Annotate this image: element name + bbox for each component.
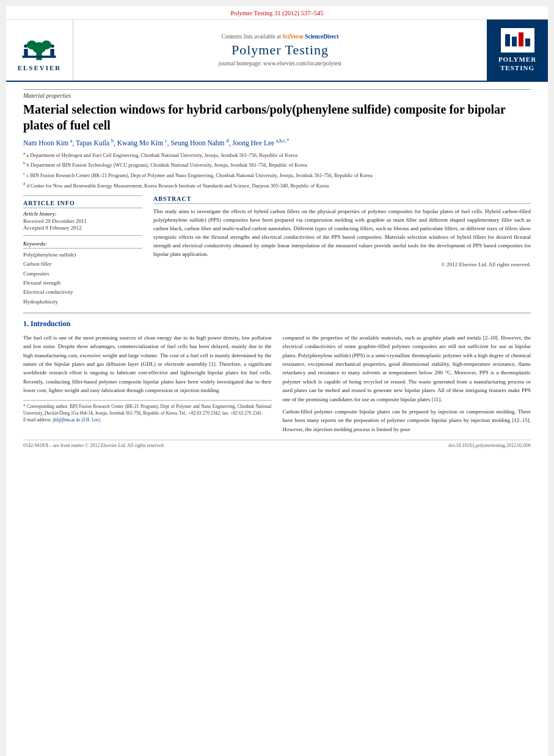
elsevier-wordmark: ELSEVIER (18, 64, 62, 71)
badge-title: POLYMER TESTING (498, 55, 536, 73)
svg-rect-12 (519, 32, 523, 46)
content-area: Material properties Material selection w… (6, 82, 548, 458)
journal-title: Polymer Testing (231, 42, 329, 58)
svg-point-7 (24, 44, 28, 48)
affiliation-c: c c BIN Fusion Research Center (BK-21 Pr… (23, 170, 531, 180)
journal-header: ELSEVIER Contents lists available at Sci… (6, 20, 548, 82)
article-info-col: Article info Article history: Received 2… (23, 195, 142, 307)
article-info-box: Article info Article history: Received 2… (23, 195, 142, 236)
svg-rect-13 (525, 38, 530, 46)
svg-rect-6 (23, 56, 56, 58)
sciverse-line: Contents lists available at SciVerse Sci… (222, 34, 339, 40)
sciverse-text[interactable]: SciVerse (282, 34, 305, 40)
history-label: Article history: (23, 211, 142, 217)
intro-left-text: The fuel cell is one of the most promisi… (23, 333, 272, 395)
intro-right-text: compared to the properties of the availa… (283, 333, 531, 404)
journal-citation-text: Polymer Testing 31 (2012) 537–545 (231, 10, 324, 16)
accepted-date: Accepted 9 February 2012 (23, 225, 142, 231)
sciencedirect-text[interactable]: ScienceDirect (305, 34, 338, 40)
footer-doi: doi:10.1016/j.polymertesting.2012.02.006 (448, 443, 531, 448)
article-info-label: Article info (23, 200, 142, 208)
keyword-5: Electrical conductivity (23, 288, 142, 297)
received-date: Received 29 December 2011 (23, 218, 142, 224)
footer-bar: 0142-9418/$ – see front matter © 2012 El… (23, 440, 531, 448)
intro-right-text-2: Carbon-filled polymer composite bipolar … (283, 407, 531, 434)
svg-rect-5 (51, 49, 54, 56)
journal-badge: POLYMER TESTING (487, 20, 548, 81)
abstract-col: Abstract This study aims to investigate … (153, 195, 531, 307)
affiliations: a a Department of Hydrogen and Fuel Cell… (23, 150, 531, 189)
svg-rect-11 (512, 37, 517, 46)
svg-rect-4 (24, 49, 28, 56)
elsevier-tree-icon (18, 29, 60, 63)
intro-left-col: The fuel cell is one of the most promisi… (23, 333, 272, 434)
svg-point-3 (42, 40, 52, 49)
journal-center: Contents lists available at SciVerse Sci… (73, 20, 487, 81)
polymer-testing-logo-box (501, 28, 534, 53)
journal-homepage: journal homepage: www.elsevier.com/locat… (219, 60, 341, 67)
intro-section: The fuel cell is one of the most promisi… (23, 333, 531, 434)
abstract-text: This study aims to investigate the effec… (153, 208, 531, 259)
section-divider (23, 313, 531, 313)
abstract-label: Abstract (153, 195, 531, 204)
footnote-email: E-mail address: jhl@jbnu.ac.kr (J.H. Lee… (23, 416, 272, 423)
affiliation-d: d d Center for New and Renewable Energy … (23, 181, 531, 190)
svg-point-2 (27, 40, 37, 49)
section-label: Material properties (23, 89, 531, 99)
intro-right-col: compared to the properties of the availa… (283, 333, 531, 434)
svg-rect-10 (505, 34, 510, 46)
copyright: © 2012 Elsevier Ltd. All rights reserved… (153, 261, 531, 267)
elsevier-logo: ELSEVIER (18, 29, 62, 71)
page: Polymer Testing 31 (2012) 537–545 (6, 6, 548, 756)
pt-logo-icon (502, 29, 533, 51)
elsevier-logo-area: ELSEVIER (6, 20, 73, 81)
svg-point-8 (51, 44, 55, 48)
keywords-label: Keywords: (23, 241, 142, 249)
keyword-6: Hydrophobicity (23, 297, 142, 307)
keyword-1: Poly(phenylene sulfide) (23, 250, 142, 260)
footer-issn: 0142-9418/$ – see front matter © 2012 El… (23, 443, 165, 448)
email-label: E-mail address: (23, 417, 52, 423)
footnote-star-text: * Corresponding author. BIN Fusion Resea… (23, 403, 272, 417)
authors: Nam Hoon Kim a, Tapas Kuila b, Kwang Mo … (23, 138, 531, 147)
email-address: jhl@jbnu.ac.kr (J.H. Lee). (53, 417, 101, 423)
keyword-4: Flexural strength (23, 278, 142, 288)
affiliation-b: b b Department of BIN Fusion Technology … (23, 160, 531, 169)
intro-heading: 1. Introduction (23, 319, 531, 329)
journal-citation: Polymer Testing 31 (2012) 537–545 (6, 6, 548, 20)
keywords-section: Keywords: Poly(phenylene sulfide) Carbon… (23, 241, 142, 307)
keyword-3: Composites (23, 269, 142, 278)
affiliation-a: a a Department of Hydrogen and Fuel Cell… (23, 150, 531, 159)
footnote-box: * Corresponding author. BIN Fusion Resea… (23, 400, 272, 424)
keyword-2: Carbon filler (23, 260, 142, 269)
article-title: Material selection windows for hybrid ca… (23, 101, 531, 133)
article-info-abstract: Article info Article history: Received 2… (23, 195, 531, 307)
